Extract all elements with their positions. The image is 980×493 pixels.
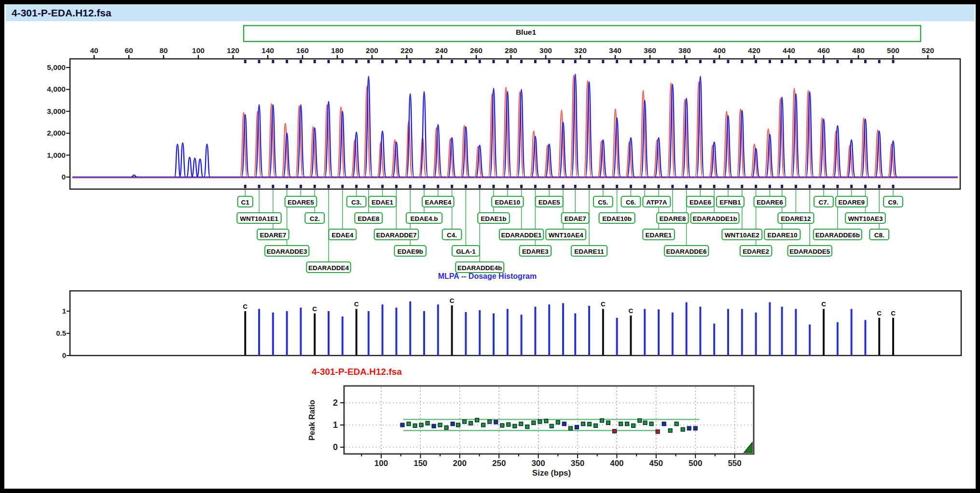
probe-label-text: EDARE1 xyxy=(646,232,672,239)
peak-bin-marker-top xyxy=(328,60,330,63)
probe-label-text: EDAE1b xyxy=(481,215,506,222)
probe-label-text: EDARADDE1b xyxy=(692,215,737,222)
probe-label-text: EDAE1 xyxy=(372,199,394,206)
peak-bin-marker-top xyxy=(864,60,867,63)
probe-label-text: C3. xyxy=(351,199,361,206)
peak-bin-marker-bottom xyxy=(367,185,370,188)
peak-bin-marker-top xyxy=(395,60,398,63)
scatter-point-green xyxy=(419,423,423,427)
electropherogram-x-tick-label: 40 xyxy=(90,46,98,55)
electropherogram-x-tick-label: 220 xyxy=(400,46,413,55)
peak-bin-marker-top xyxy=(465,60,467,63)
peak-bin-marker-top xyxy=(423,60,426,63)
electropherogram-x-tick-label: 420 xyxy=(748,46,760,55)
probe-label-text: EDAE4 xyxy=(331,232,354,239)
probe-label-text: C7. xyxy=(818,199,828,206)
scatter-point-red xyxy=(656,430,660,434)
scatter-point-green xyxy=(600,419,604,423)
electropherogram-x-tick-label: 480 xyxy=(852,46,865,55)
scatter-point-green xyxy=(632,424,635,428)
histogram-control-marker: C xyxy=(877,310,882,317)
probe-label-text: C1 xyxy=(241,199,250,206)
histogram-bar xyxy=(368,311,370,356)
histogram-bar xyxy=(574,314,576,356)
histogram-bar xyxy=(409,301,411,356)
peak-bin-marker-bottom xyxy=(341,185,344,188)
electropherogram-x-tick-label: 140 xyxy=(262,46,274,55)
histogram-control-marker: C xyxy=(312,305,317,313)
peak-bin-marker-top xyxy=(602,60,604,63)
probe-label-text: EDAE5 xyxy=(538,199,561,206)
histogram-bar xyxy=(300,308,302,356)
peak-bin-marker-top xyxy=(437,60,439,63)
peak-bin-marker-top xyxy=(588,60,591,63)
peak-bin-marker-bottom xyxy=(465,185,467,188)
histogram-control-marker: C xyxy=(629,307,634,315)
histogram-bar xyxy=(699,307,701,356)
peak-bin-marker-bottom xyxy=(602,185,604,188)
probe-label-text: EDARADDE6 xyxy=(666,248,707,255)
peak-bin-marker-top xyxy=(574,60,577,63)
peak-bin-marker-top xyxy=(314,60,316,63)
scatter-point-green xyxy=(407,422,411,426)
peak-bin-marker-top xyxy=(534,60,537,63)
peak-bin-marker-top xyxy=(367,60,370,63)
scatter-point-green xyxy=(550,425,553,428)
scatter-point-green xyxy=(588,422,592,426)
peak-bin-marker-bottom xyxy=(588,185,591,188)
probe-label-text: EDAE10 xyxy=(495,199,521,206)
peak-bin-marker-top xyxy=(562,60,565,63)
probe-label-text: EDAE4.b xyxy=(410,215,438,222)
peak-bin-marker-top xyxy=(685,60,688,63)
peak-bin-marker-bottom xyxy=(409,185,412,188)
histogram-bar xyxy=(769,302,771,356)
peak-bin-marker-top xyxy=(286,60,288,63)
probe-label-text: EDAE10b xyxy=(602,215,632,222)
histogram-bar xyxy=(521,315,523,356)
peak-bin-marker-top xyxy=(741,60,743,63)
probe-label-text: WNT10AE3 xyxy=(848,215,883,222)
probe-label-text: EDAE6 xyxy=(690,199,712,206)
scatter-point-green xyxy=(538,420,542,424)
electropherogram-x-tick-label: 120 xyxy=(227,46,239,55)
probe-label-text: EDAE7 xyxy=(565,215,586,222)
peak-bin-marker-bottom xyxy=(244,185,247,188)
peak-bin-marker-top xyxy=(781,60,783,63)
probe-label-text: EDARE12 xyxy=(781,215,811,222)
histogram-bar xyxy=(781,307,783,356)
dosage-histogram-title: MLPA -- Dosage Histogram xyxy=(343,272,632,281)
peak-bin-marker-top xyxy=(258,60,261,63)
scatter-point-green xyxy=(649,422,653,426)
ratio-x-tick-label: 100 xyxy=(374,459,388,468)
scatter-point-green xyxy=(638,419,642,423)
scatter-point-green xyxy=(413,424,417,428)
scatter-point-green xyxy=(463,420,467,424)
histogram-bar-control xyxy=(878,318,880,356)
peak-bin-marker-bottom xyxy=(286,185,288,188)
histogram-bar xyxy=(493,314,495,356)
peak-bin-marker-bottom xyxy=(769,185,771,188)
histogram-bar xyxy=(686,302,688,356)
histogram-bar xyxy=(395,308,397,356)
peak-bin-marker-bottom xyxy=(671,185,674,188)
histogram-plot xyxy=(70,291,961,356)
peak-bin-marker-bottom xyxy=(395,185,398,188)
probe-label-text: EDARADDE1 xyxy=(501,232,542,239)
histogram-bar xyxy=(672,313,674,356)
electropherogram-x-tick-label: 100 xyxy=(192,46,205,55)
probe-label-text: EDAE8 xyxy=(358,215,380,222)
peak-bin-marker-bottom xyxy=(878,185,881,188)
peak-bin-marker-bottom xyxy=(741,185,743,188)
probe-label-text: EDARE6 xyxy=(757,199,783,206)
peak-bin-marker-bottom xyxy=(864,185,867,188)
histogram-bar-control xyxy=(630,315,632,356)
file-tab-header[interactable]: 4-301-P-EDA.H12.fsa xyxy=(6,5,975,21)
histogram-bar xyxy=(809,325,811,356)
electropherogram-y-tick-label: 1,000 xyxy=(47,151,66,159)
scatter-point-navy xyxy=(494,420,498,424)
electropherogram-y-tick-label: 0 xyxy=(61,173,66,181)
ratio-x-tick-label: 200 xyxy=(453,459,467,468)
peak-bin-marker-top xyxy=(479,60,481,63)
scatter-point-green xyxy=(488,420,492,424)
histogram-bar xyxy=(272,313,274,356)
